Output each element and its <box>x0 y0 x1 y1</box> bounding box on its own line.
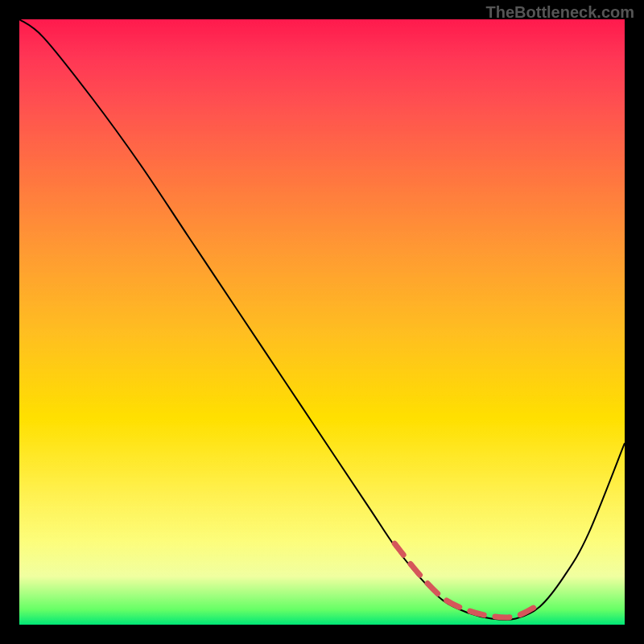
watermark-text: TheBottleneck.com <box>486 3 634 22</box>
bottleneck-curve <box>19 19 625 620</box>
chart-plot-area <box>19 19 625 625</box>
chart-svg <box>19 19 625 625</box>
optimal-zone-dashes <box>394 543 539 617</box>
